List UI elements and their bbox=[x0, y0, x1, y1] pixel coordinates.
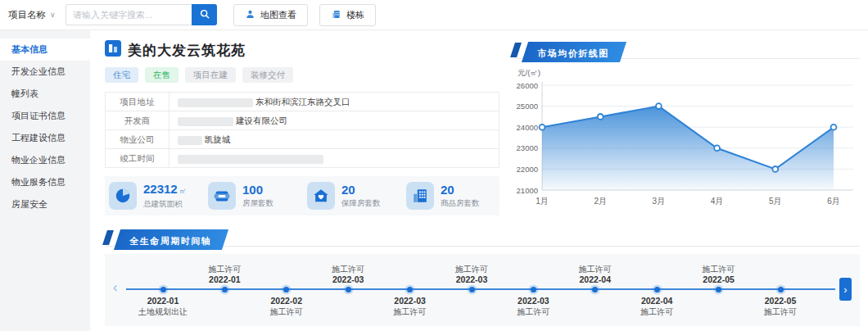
timeline-title: 全生命周期时间轴 bbox=[130, 235, 212, 247]
timeline-milestone-dot bbox=[222, 287, 228, 292]
building-doc-icon bbox=[331, 9, 341, 21]
stat-label: 保障房套数 bbox=[341, 198, 381, 209]
timeline-milestone-dot bbox=[592, 287, 598, 292]
sidebar-item[interactable]: 开发企业信息 bbox=[0, 61, 90, 83]
timeline-milestone-label: 2022-03施工许可 bbox=[488, 296, 578, 317]
timeline-milestone-label: 2022-02施工许可 bbox=[242, 296, 332, 317]
timeline-milestone-label: 2022-04施工许可 bbox=[612, 296, 702, 317]
stat-item: 20保障房套数 bbox=[307, 182, 406, 210]
svg-text:1月: 1月 bbox=[536, 197, 549, 206]
main-content: 美的大发云筑花苑 住宅在售项目在建装修交付 项目地址东和街和滨江东路交叉口开发商… bbox=[90, 30, 868, 331]
building-list-label: 楼栋 bbox=[346, 9, 364, 21]
timeline-event: 施工许可 bbox=[365, 306, 455, 317]
tag-row: 住宅在售项目在建装修交付 bbox=[105, 67, 500, 83]
stat-value: 20 bbox=[341, 184, 381, 197]
info-row: 竣工时间 bbox=[106, 148, 499, 167]
timeline-milestone-dot bbox=[346, 287, 351, 292]
info-text: 建设有限公司 bbox=[236, 116, 287, 125]
stat-item: 100房屋套数 bbox=[208, 182, 307, 210]
timeline-date: 2022-04 bbox=[550, 274, 640, 285]
timeline-band: ‹ › 2022-01土地规划出让施工许可2022-012022-02施工许可施… bbox=[105, 254, 860, 326]
timeline-event: 施工许可 bbox=[735, 306, 825, 317]
building-list-button[interactable]: 楼栋 bbox=[319, 4, 376, 26]
timeline-milestone-dot bbox=[283, 287, 289, 292]
sidebar-item[interactable]: 幢列表 bbox=[0, 83, 90, 105]
timeline-milestone-dot bbox=[469, 287, 475, 292]
timeline-prev-arrow[interactable]: ‹ bbox=[113, 279, 117, 296]
svg-text:4月: 4月 bbox=[711, 197, 724, 206]
stats-band: 22312㎡总建筑面积100房屋套数20保障房套数20商品房套数 bbox=[105, 176, 500, 215]
info-label: 物业公司 bbox=[106, 130, 170, 148]
timeline-next-button[interactable]: › bbox=[839, 278, 852, 301]
timeline-milestone-label: 施工许可2022-05 bbox=[674, 264, 764, 285]
banner-slash-decoration bbox=[510, 43, 522, 57]
timeline-milestone-label: 2022-01土地规划出让 bbox=[118, 296, 208, 317]
sidebar-item[interactable]: 物业服务信息 bbox=[0, 171, 90, 193]
map-view-button[interactable]: 地图查看 bbox=[233, 4, 308, 26]
timeline-date: 2022-03 bbox=[303, 274, 393, 285]
sidebar-item[interactable]: 房屋安全 bbox=[0, 193, 90, 215]
price-line-chart: 元/(㎡)2600025000240002300022000210001月2月3… bbox=[513, 66, 860, 218]
redacted-text-block bbox=[178, 136, 202, 145]
timeline-date: 2022-03 bbox=[365, 296, 455, 306]
info-table: 项目地址东和街和滨江东路交叉口开发商建设有限公司物业公司凯旋城竣工时间 bbox=[105, 92, 500, 168]
timeline-title-banner: 全生命周期时间轴 bbox=[114, 229, 228, 250]
redacted-text-block bbox=[178, 117, 233, 126]
timeline-axis-line bbox=[126, 288, 835, 290]
timeline-milestone-dot bbox=[716, 287, 721, 292]
chart-title-banner: 市场均价折线图 bbox=[522, 42, 626, 62]
stat-label: 房屋套数 bbox=[242, 198, 274, 209]
timeline-date: 2022-05 bbox=[735, 296, 825, 306]
info-value bbox=[170, 149, 499, 167]
timeline-milestone-label: 施工许可2022-04 bbox=[550, 264, 640, 285]
timeline-date: 2022-04 bbox=[612, 296, 702, 306]
card-icon bbox=[208, 182, 236, 210]
sidebar-item[interactable]: 项目证书信息 bbox=[0, 105, 90, 127]
sidebar-item[interactable]: 基本信息 bbox=[0, 39, 90, 61]
banner-slash-decoration bbox=[102, 230, 114, 245]
timeline-milestone-label: 2022-03施工许可 bbox=[365, 296, 455, 317]
project-type-select[interactable]: 项目名称 ∨ bbox=[8, 9, 62, 21]
timeline-date: 2022-05 bbox=[674, 274, 764, 285]
sidebar-item[interactable]: 物业企业信息 bbox=[0, 149, 90, 171]
timeline-date: 2022-03 bbox=[427, 274, 517, 285]
info-text: 东和街和滨江东路交叉口 bbox=[255, 97, 350, 107]
svg-text:6月: 6月 bbox=[827, 197, 840, 206]
info-label: 开发商 bbox=[106, 111, 170, 129]
timeline-event: 施工许可 bbox=[612, 306, 702, 317]
project-tag: 装修交付 bbox=[242, 67, 293, 83]
redacted-text-block bbox=[178, 98, 253, 107]
info-label: 项目地址 bbox=[106, 93, 170, 111]
stat-value: 22312㎡ bbox=[143, 183, 187, 197]
svg-text:元/(㎡): 元/(㎡) bbox=[518, 68, 540, 77]
svg-text:2月: 2月 bbox=[594, 197, 607, 206]
chart-title: 市场均价折线图 bbox=[538, 48, 610, 60]
topbar: 项目名称 ∨ 地图查看 楼栋 bbox=[0, 0, 868, 30]
info-value: 建设有限公司 bbox=[170, 111, 499, 129]
chart-section-header: 市场均价折线图 bbox=[513, 42, 860, 59]
stat-item: 20商品房套数 bbox=[406, 182, 505, 210]
timeline-event: 施工许可 bbox=[303, 264, 393, 274]
info-row: 项目地址东和街和滨江东路交叉口 bbox=[106, 93, 499, 111]
search-bar bbox=[66, 4, 217, 25]
timeline-date: 2022-01 bbox=[118, 296, 208, 306]
project-tag: 项目在建 bbox=[185, 67, 236, 83]
timeline-milestone-dot bbox=[531, 287, 536, 292]
project-select-label: 项目名称 bbox=[8, 9, 46, 21]
sidebar-item[interactable]: 工程建设信息 bbox=[0, 127, 90, 149]
timeline-milestone-dot bbox=[407, 287, 413, 292]
search-input[interactable] bbox=[66, 4, 192, 25]
timeline-date: 2022-03 bbox=[488, 296, 578, 306]
timeline-event: 施工许可 bbox=[427, 264, 517, 274]
timeline-milestone-dot bbox=[778, 287, 784, 292]
svg-text:26000: 26000 bbox=[517, 81, 538, 90]
timeline-milestone-label: 施工许可2022-03 bbox=[427, 264, 517, 285]
svg-text:22000: 22000 bbox=[517, 165, 538, 174]
lifecycle-timeline-section: 全生命周期时间轴 ‹ › 2022-01土地规划出让施工许可2022-01202… bbox=[105, 229, 860, 326]
project-tag: 住宅 bbox=[105, 67, 138, 83]
search-icon bbox=[199, 8, 210, 22]
timeline-event: 施工许可 bbox=[488, 306, 578, 317]
timeline-milestone-label: 施工许可2022-03 bbox=[303, 264, 393, 285]
search-button[interactable] bbox=[192, 4, 217, 25]
sidebar: 基本信息开发企业信息幢列表项目证书信息工程建设信息物业企业信息物业服务信息房屋安… bbox=[0, 30, 90, 331]
